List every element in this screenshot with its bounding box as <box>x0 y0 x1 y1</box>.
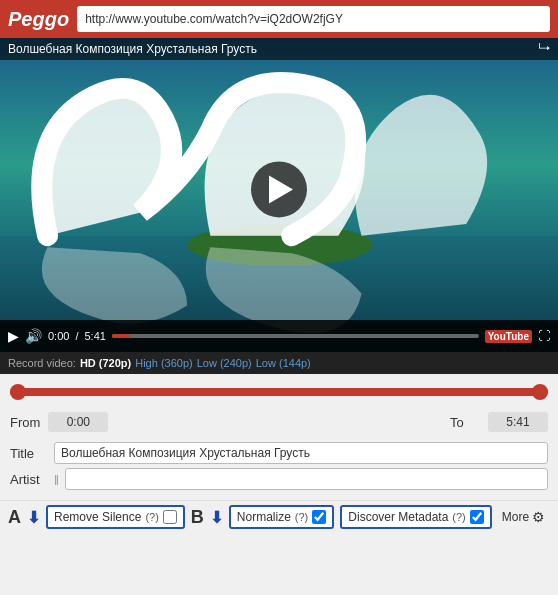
artist-hint: ‖ <box>54 474 59 485</box>
title-row: Title <box>10 442 548 464</box>
play-icon <box>269 175 293 203</box>
to-label: To <box>450 415 480 430</box>
discover-help[interactable]: (?) <box>452 511 465 523</box>
record-label: Record video: <box>8 357 76 369</box>
from-input[interactable] <box>48 412 108 432</box>
more-label: More <box>502 510 529 524</box>
video-controls: ▶ 🔊 0:00 / 5:41 YouTube ⛶ <box>0 320 558 352</box>
youtube-logo: YouTube <box>485 330 532 343</box>
title-label: Title <box>10 446 48 461</box>
record-bar: Record video: HD (720p) High (360p) Low … <box>0 352 558 374</box>
video-background <box>0 38 558 352</box>
remove-silence-group: Remove Silence (?) <box>46 505 185 529</box>
label-a: A <box>8 507 21 528</box>
gear-icon: ⚙ <box>532 509 545 525</box>
remove-silence-label: Remove Silence <box>54 510 141 524</box>
more-button[interactable]: More ⚙ <box>502 509 545 525</box>
total-duration: 5:41 <box>84 330 105 342</box>
record-low-240[interactable]: Low (240p) <box>197 357 252 369</box>
trim-area <box>0 374 558 406</box>
artist-row: Artist ‖ <box>10 468 548 490</box>
normalize-label: Normalize <box>237 510 291 524</box>
header: Peggo <box>0 0 558 38</box>
volume-icon[interactable]: 🔊 <box>25 328 42 344</box>
artist-input[interactable] <box>65 468 548 490</box>
trim-handle-left[interactable] <box>10 384 26 400</box>
video-title-bar: Волшебная Композиция Хрустальная Грусть … <box>0 38 558 60</box>
record-high[interactable]: High (360p) <box>135 357 192 369</box>
record-hd[interactable]: HD (720p) <box>80 357 131 369</box>
url-input[interactable] <box>77 6 550 32</box>
to-input[interactable] <box>488 412 548 432</box>
trim-handle-right[interactable] <box>532 384 548 400</box>
record-low-144[interactable]: Low (144p) <box>256 357 311 369</box>
play-pause-button[interactable]: ▶ <box>8 328 19 344</box>
label-b: B <box>191 507 204 528</box>
trim-slider[interactable] <box>10 382 548 402</box>
current-time: 0:00 <box>48 330 69 342</box>
metadata-area: Title Artist ‖ <box>0 438 558 500</box>
trim-track <box>10 388 548 396</box>
discover-checkbox[interactable] <box>470 510 484 524</box>
video-player: Волшебная Композиция Хрустальная Грусть … <box>0 38 558 352</box>
arrow-down-a: ⬇ <box>27 508 40 527</box>
remove-silence-help[interactable]: (?) <box>145 511 158 523</box>
normalize-help[interactable]: (?) <box>295 511 308 523</box>
discover-label: Discover Metadata <box>348 510 448 524</box>
arrow-down-b: ⬇ <box>210 508 223 527</box>
video-title: Волшебная Композиция Хрустальная Грусть <box>8 42 257 56</box>
from-to-row: From To <box>0 406 558 438</box>
time-sep: / <box>75 330 78 342</box>
normalize-group: Normalize (?) <box>229 505 334 529</box>
from-label: From <box>10 415 40 430</box>
normalize-checkbox[interactable] <box>312 510 326 524</box>
bottom-toolbar: A ⬇ Remove Silence (?) B ⬇ Normalize (?)… <box>0 500 558 533</box>
remove-silence-checkbox[interactable] <box>163 510 177 524</box>
artist-label: Artist <box>10 472 48 487</box>
progress-bar[interactable] <box>112 334 479 338</box>
fullscreen-button[interactable]: ⛶ <box>538 329 550 343</box>
progress-fill <box>112 334 130 338</box>
title-input[interactable] <box>54 442 548 464</box>
logo: Peggo <box>8 8 69 31</box>
share-icon[interactable]: ⮡ <box>538 42 550 56</box>
play-button[interactable] <box>251 161 307 217</box>
discover-metadata-group: Discover Metadata (?) <box>340 505 492 529</box>
